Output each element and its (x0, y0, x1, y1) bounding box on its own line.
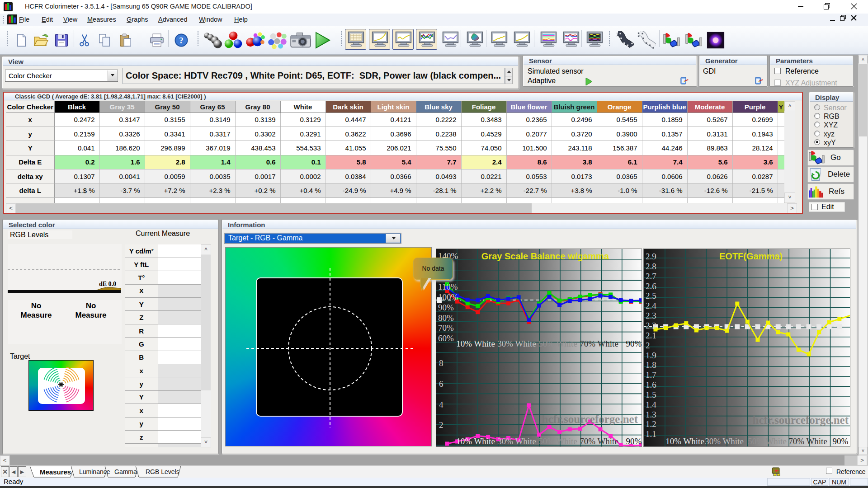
svg-text:1.9: 1.9 (646, 351, 656, 360)
svg-text:1.4: 1.4 (646, 400, 656, 409)
svg-text:70% White: 70% White (580, 339, 618, 348)
svg-text:50% White: 50% White (538, 339, 577, 348)
svg-text:hcfr.sourceforge.net: hcfr.sourceforge.net (542, 413, 638, 425)
svg-text:Measures: Measures (40, 468, 71, 476)
svg-text:1.5: 1.5 (646, 390, 656, 399)
svg-text:2.9: 2.9 (646, 252, 656, 261)
svg-text:4: 4 (439, 400, 443, 409)
svg-text:10% White: 10% White (456, 339, 495, 348)
svg-text:1.1: 1.1 (646, 429, 656, 439)
svg-text:2: 2 (646, 341, 650, 350)
svg-text:1.3: 1.3 (646, 410, 656, 419)
svg-text:70%: 70% (438, 323, 454, 333)
svg-text:2.8: 2.8 (646, 262, 656, 271)
svg-text:1.2: 1.2 (646, 419, 656, 429)
svg-text:Luminance: Luminance (79, 468, 110, 475)
svg-text:2: 2 (439, 420, 443, 430)
svg-text:10% White: 10% White (665, 436, 704, 446)
svg-text:110%: 110% (438, 282, 458, 291)
svg-text:50% White: 50% White (748, 436, 787, 446)
svg-text:90% W: 90% W (626, 339, 642, 348)
svg-text:10% White: 10% White (456, 436, 495, 446)
svg-text:1.6: 1.6 (646, 380, 656, 389)
svg-text:30% White: 30% White (497, 339, 536, 348)
svg-text:80%: 80% (438, 313, 454, 323)
svg-text:1.7: 1.7 (646, 370, 656, 380)
svg-text:Gamma: Gamma (114, 468, 137, 475)
svg-text:50% White: 50% White (538, 436, 577, 446)
svg-text:EOTF(Gamma): EOTF(Gamma) (719, 251, 783, 261)
svg-text:70% White: 70% White (580, 436, 618, 446)
svg-text:30% White: 30% White (497, 436, 536, 446)
svg-text:2.7: 2.7 (646, 272, 656, 281)
svg-text:60%: 60% (438, 333, 454, 343)
svg-text:2.4: 2.4 (646, 301, 656, 310)
svg-text:?: ? (179, 36, 184, 45)
svg-text:70% White: 70% White (788, 436, 827, 446)
svg-text:100%: 100% (438, 292, 458, 302)
svg-text:6: 6 (439, 379, 443, 389)
svg-text:2.2: 2.2 (646, 321, 656, 330)
svg-text:Gray Scale Balance w/gamma: Gray Scale Balance w/gamma (481, 251, 609, 261)
svg-text:8: 8 (439, 358, 443, 368)
svg-text:2.3: 2.3 (646, 311, 656, 320)
svg-text:30% White: 30% White (705, 436, 744, 446)
svg-text:RGB Levels: RGB Levels (146, 468, 179, 475)
svg-text:1.8: 1.8 (646, 360, 656, 370)
svg-text:2.5: 2.5 (646, 291, 656, 300)
svg-text:hcfr.sourceforge.net: hcfr.sourceforge.net (753, 414, 849, 426)
svg-text:2.6: 2.6 (646, 282, 656, 291)
svg-text:90% W: 90% W (832, 436, 850, 446)
svg-text:2.1: 2.1 (646, 331, 656, 340)
svg-text:90%: 90% (438, 303, 454, 312)
svg-text:90% W: 90% W (626, 436, 642, 446)
